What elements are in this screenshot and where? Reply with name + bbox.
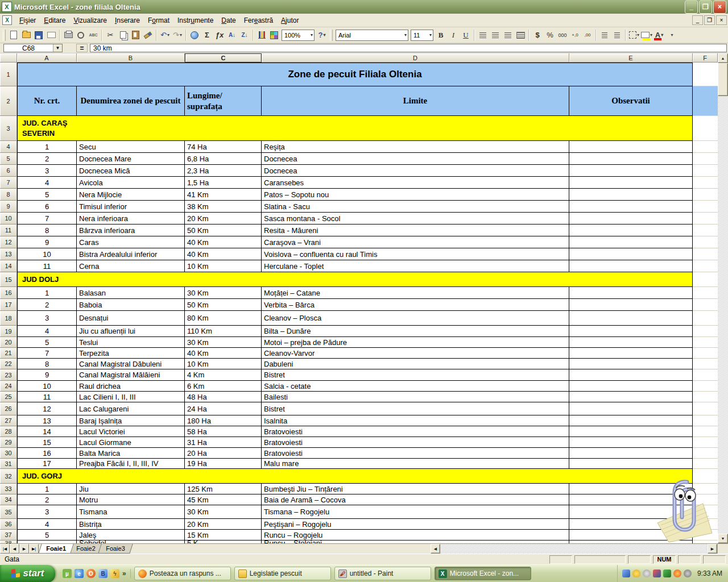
cell-outside[interactable]	[693, 260, 718, 272]
cell-nr[interactable]: 9	[17, 236, 77, 248]
cell-length[interactable]: 15 Km	[185, 530, 262, 541]
horizontal-scrollbar[interactable]: ◀ ▶	[431, 544, 717, 554]
cell-nr[interactable]: 5	[17, 530, 77, 541]
cell-observatii[interactable]	[569, 225, 693, 236]
formula-input[interactable]: 30 km	[90, 44, 727, 52]
cell-nr[interactable]: 11	[17, 260, 77, 272]
cell-limits[interactable]: Motoi – prejba de Pădure	[262, 337, 569, 348]
scroll-right-icon[interactable]: ▶	[708, 544, 717, 554]
cell-limits[interactable]: Bistret	[262, 402, 569, 415]
increase-decimal-button[interactable]: +,0	[569, 29, 581, 41]
row-header[interactable]: 29	[0, 437, 17, 448]
cell-observatii[interactable]	[569, 201, 693, 213]
cell-name[interactable]: Canal Magistral Dăbuleni	[77, 359, 185, 369]
cell-nr[interactable]: 11	[17, 392, 77, 402]
cell-length[interactable]: 1,5 Ha	[185, 177, 262, 189]
cell-observatii[interactable]	[569, 248, 693, 260]
comma-style-button[interactable]: 000	[557, 29, 568, 41]
cell-limits[interactable]: Bumbeşti Jiu – Tințăreni	[262, 484, 569, 494]
cell-outside[interactable]	[693, 287, 718, 299]
cell-nr[interactable]: 3	[17, 505, 77, 519]
font-name-combo[interactable]: Arial▾	[336, 30, 408, 41]
cell-limits[interactable]: Peştişani – Rogojelu	[262, 519, 569, 530]
cell-nr[interactable]: 1	[17, 141, 77, 153]
cell-outside[interactable]	[693, 381, 718, 392]
column-header-b[interactable]: B	[77, 53, 185, 63]
cell-observatii[interactable]	[569, 189, 693, 201]
row-header[interactable]: 18	[0, 311, 17, 326]
cell-nr[interactable]: 14	[17, 426, 77, 437]
cell-length[interactable]: 50 Km	[185, 225, 262, 236]
cell-outside[interactable]	[693, 189, 718, 201]
tab-prev-icon[interactable]: ◀	[10, 544, 19, 554]
cell-outside[interactable]	[693, 326, 718, 337]
cell-observatii[interactable]	[569, 381, 693, 392]
cell-length[interactable]: 40 Km	[185, 236, 262, 248]
cell-observatii[interactable]	[569, 141, 693, 153]
cell-nr[interactable]: 1	[17, 287, 77, 299]
cell-observatii[interactable]	[569, 459, 693, 469]
cell-observatii[interactable]	[569, 177, 693, 189]
cell-limits[interactable]: Docnecea	[262, 153, 569, 165]
cell-observatii[interactable]	[569, 287, 693, 299]
cell-limits[interactable]: Caransebes	[262, 177, 569, 189]
cell-outside[interactable]	[693, 248, 718, 260]
column-header-c[interactable]: C	[185, 53, 262, 63]
cell-name[interactable]: Bistrița	[77, 519, 185, 530]
cell-nr[interactable]: 1	[17, 484, 77, 494]
align-center-button[interactable]	[490, 29, 501, 41]
cell-outside[interactable]	[693, 359, 718, 369]
tray-volume-icon[interactable]	[684, 569, 692, 577]
row-header[interactable]: 4	[0, 141, 17, 153]
cell-name[interactable]: Tismana	[77, 505, 185, 519]
redo-button[interactable]: ↷▾	[172, 29, 183, 41]
toolbar-grip[interactable]	[3, 30, 6, 41]
row-header[interactable]: 28	[0, 426, 17, 437]
hyperlink-button[interactable]	[189, 29, 200, 41]
cell-name[interactable]: Timisul inferior	[77, 201, 185, 213]
cell-limits[interactable]: Salcia - cetate	[262, 381, 569, 392]
cell-outside[interactable]	[693, 348, 718, 359]
cell-observatii[interactable]	[569, 402, 693, 415]
cell-limits[interactable]: Cleanov – Plosca	[262, 311, 569, 326]
cell-limits[interactable]: Dabuleni	[262, 359, 569, 369]
cell-nr[interactable]: 13	[17, 415, 77, 426]
header-nr-crt[interactable]: Nr. crt.	[17, 86, 77, 116]
cell-observatii[interactable]	[569, 369, 693, 381]
open-button[interactable]	[20, 29, 32, 41]
cell-observatii[interactable]	[569, 348, 693, 359]
cell-nr[interactable]: 4	[17, 519, 77, 530]
vertical-scroll-track[interactable]	[718, 96, 728, 534]
insert-function-button[interactable]: ƒx	[214, 29, 225, 41]
cell-name[interactable]: Preajba Făcăi I, II, III, IV	[77, 459, 185, 469]
cell-limits[interactable]: Sasca montana - Socol	[262, 213, 569, 225]
cell-length[interactable]: 40 Km	[185, 248, 262, 260]
cell-length[interactable]: 10 Km	[185, 359, 262, 369]
cell-outside[interactable]	[693, 437, 718, 448]
menu-item[interactable]: Fereastră	[240, 15, 277, 26]
minimize-button[interactable]: _	[685, 1, 698, 14]
vertical-scroll-thumb[interactable]	[718, 63, 728, 96]
quicklaunch-winamp-icon[interactable]: ϟ	[110, 569, 119, 578]
cell-outside[interactable]	[693, 415, 718, 426]
cell-limits[interactable]: Malu mare	[262, 459, 569, 469]
cell-length[interactable]: 38 Km	[185, 201, 262, 213]
save-button[interactable]	[33, 29, 44, 41]
section-label[interactable]: JUD. CARAŞ SEVERIN	[17, 116, 693, 141]
cell-limits[interactable]: Slatina - Sacu	[262, 201, 569, 213]
print-preview-button[interactable]	[75, 29, 86, 41]
row-header[interactable]: 30	[0, 448, 17, 459]
cell-nr[interactable]: 4	[17, 326, 77, 337]
spelling-button[interactable]: ABC	[88, 29, 99, 41]
column-header-e[interactable]: E	[569, 53, 693, 63]
tray-agent-icon[interactable]	[643, 569, 651, 577]
cell-nr[interactable]: 4	[17, 177, 77, 189]
taskbar-task-paint[interactable]: 🖌untitled - Paint	[334, 567, 431, 580]
header-limite[interactable]: Limite	[262, 86, 569, 116]
workbook-minimize-button[interactable]: _	[692, 15, 703, 25]
cell-limits[interactable]: Docnecea	[262, 165, 569, 177]
align-left-button[interactable]	[477, 29, 489, 41]
cell-observatii[interactable]	[569, 213, 693, 225]
cell-name[interactable]: Secu	[77, 141, 185, 153]
print-button[interactable]	[63, 29, 74, 41]
